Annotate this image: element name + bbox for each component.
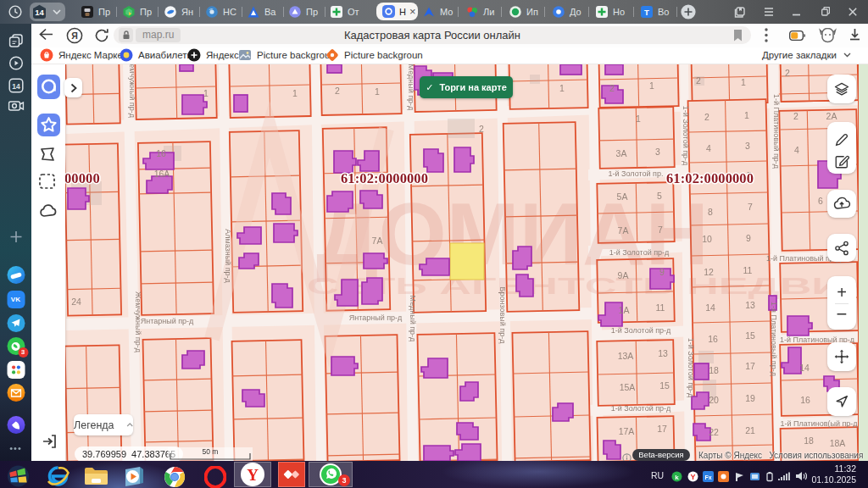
svg-text:1-й Золотой пр-д: 1-й Золотой пр-д — [687, 338, 695, 398]
svg-text:18: 18 — [709, 365, 719, 375]
svg-text:13: 13 — [658, 348, 668, 358]
svg-text:3А: 3А — [616, 148, 627, 158]
svg-text:7: 7 — [658, 225, 663, 235]
svg-text:Янтарный пр-д: Янтарный пр-д — [349, 313, 403, 322]
svg-text:24: 24 — [71, 297, 81, 307]
svg-text:2: 2 — [609, 83, 615, 93]
svg-text:1: 1 — [649, 80, 654, 91]
svg-text:3: 3 — [655, 147, 660, 157]
svg-text:1: 1 — [741, 77, 746, 87]
svg-text:1: 1 — [744, 110, 749, 120]
svg-text:7: 7 — [748, 202, 753, 212]
svg-text:Я: Я — [71, 30, 78, 41]
svg-text:9: 9 — [746, 233, 751, 243]
svg-text:2: 2 — [785, 68, 790, 78]
svg-text:61:02:0000000: 61:02:0000000 — [666, 170, 754, 186]
svg-text:2: 2 — [793, 111, 798, 121]
svg-text:1-й Золотой пр-д: 1-й Золотой пр-д — [611, 326, 671, 335]
svg-text:9А: 9А — [618, 270, 629, 280]
svg-text:7А: 7А — [618, 225, 629, 236]
svg-text:Бронзовый пр-д: Бронзовый пр-д — [498, 287, 507, 345]
svg-text:1-я Платиновый пр-д: 1-я Платиновый пр-д — [770, 302, 778, 377]
svg-text:13А: 13А — [618, 351, 634, 361]
svg-text:1-й Платинов(ый пр-д: 1-й Платинов(ый пр-д — [780, 419, 858, 428]
svg-text:1-й Золотой пр-д: 1-й Золотой пр-д — [609, 248, 670, 257]
svg-text:1А: 1А — [619, 305, 630, 315]
svg-text:11: 11 — [743, 265, 753, 275]
svg-text:4: 4 — [794, 145, 799, 155]
svg-text:17А: 17А — [619, 426, 635, 436]
svg-text:22: 22 — [709, 427, 719, 437]
svg-text:2: 2 — [479, 124, 484, 134]
svg-text:Медный пр-д: Медный пр-д — [409, 296, 417, 343]
svg-text:14: 14 — [705, 302, 715, 313]
svg-text:10: 10 — [702, 234, 712, 244]
svg-text:16: 16 — [800, 395, 810, 405]
svg-text:15: 15 — [745, 330, 755, 341]
svg-text:17: 17 — [745, 361, 755, 371]
svg-text:11: 11 — [656, 302, 665, 313]
svg-text:2А: 2А — [826, 111, 837, 121]
svg-text:Янтарный пр-д: Янтарный пр-д — [141, 317, 194, 325]
svg-text:19: 19 — [745, 393, 755, 403]
svg-text:Y: Y — [690, 473, 695, 481]
svg-text:9: 9 — [659, 267, 665, 277]
svg-text:5: 5 — [657, 191, 662, 201]
svg-text:14: 14 — [12, 82, 20, 91]
svg-text:16: 16 — [156, 148, 166, 158]
svg-text:16: 16 — [708, 334, 718, 344]
svg-text:1-й Золотой пр-д: 1-й Золотой пр-д — [611, 404, 671, 413]
svg-text:1-й Золотой пр-д: 1-й Золотой пр-д — [682, 106, 690, 166]
svg-text:3: 3 — [745, 141, 750, 151]
svg-text:Алмазный пр-д: Алмазный пр-д — [224, 229, 232, 283]
svg-text:00000: 00000 — [64, 170, 100, 186]
svg-text:4: 4 — [706, 143, 711, 153]
svg-text:2: 2 — [335, 86, 340, 96]
svg-text:1-й Платиновый пр-д: 1-й Платиновый пр-д — [772, 94, 781, 169]
svg-text:1: 1 — [636, 114, 641, 124]
svg-text:T: T — [644, 8, 649, 17]
svg-text:7А: 7А — [372, 236, 383, 246]
svg-text:8: 8 — [708, 207, 713, 217]
svg-text:14: 14 — [35, 8, 44, 17]
svg-text:6: 6 — [818, 196, 823, 206]
svg-text:15: 15 — [659, 380, 670, 391]
svg-text:Fx: Fx — [704, 474, 711, 480]
svg-text:5А: 5А — [617, 191, 628, 202]
svg-text:1-й Золотой пр.: 1-й Золотой пр. — [609, 169, 664, 178]
svg-text:2: 2 — [704, 112, 709, 122]
svg-text:20: 20 — [709, 395, 719, 405]
svg-text:14: 14 — [799, 363, 810, 373]
svg-text:1: 1 — [375, 86, 380, 97]
svg-text:15А: 15А — [620, 382, 636, 392]
svg-text:12: 12 — [704, 267, 714, 277]
svg-text:18А: 18А — [830, 438, 846, 448]
svg-text:Y: Y — [247, 466, 259, 484]
svg-text:2: 2 — [696, 75, 701, 86]
svg-text:16А: 16А — [154, 169, 170, 179]
svg-text:61:02:0000000: 61:02:0000000 — [341, 170, 428, 186]
svg-text:СЕТЬ АГЕНТСТВ НЕДВИЖ: СЕТЬ АГЕНТСТВ НЕДВИЖ — [307, 274, 868, 299]
svg-text:1: 1 — [292, 88, 298, 98]
svg-text:17: 17 — [657, 424, 667, 434]
svg-text:18: 18 — [804, 435, 814, 446]
svg-text:21: 21 — [745, 425, 755, 435]
svg-text:1: 1 — [559, 83, 565, 93]
svg-text:1: 1 — [203, 88, 209, 98]
svg-text:Жемчужный пр-д: Жемчужный пр-д — [128, 64, 136, 119]
svg-text:13: 13 — [745, 300, 755, 310]
svg-text:k: k — [675, 474, 679, 481]
svg-text:Медный пр-д: Медный пр-д — [407, 64, 415, 111]
